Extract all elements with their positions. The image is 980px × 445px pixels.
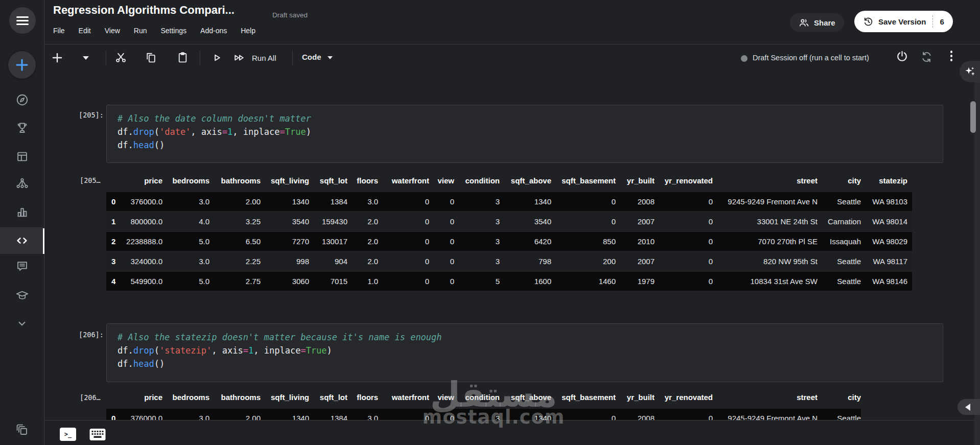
cell-value: 200 — [551, 251, 616, 271]
output-count: [205… — [80, 176, 101, 184]
terminal-icon[interactable]: >_ — [60, 428, 76, 441]
scrollbar-thumb[interactable] — [970, 101, 976, 133]
create-button[interactable] — [8, 51, 36, 79]
ai-assistant-button[interactable] — [960, 61, 980, 82]
sidebar-item-benchmarks[interactable] — [0, 199, 44, 225]
table-row: 3324000.03.02.259989042.0003798200200708… — [106, 251, 912, 271]
compass-icon — [15, 93, 29, 107]
cell-value: 0 — [378, 192, 429, 212]
cell-value: Carnation — [818, 212, 861, 231]
token-punct: . — [128, 140, 133, 150]
cell-value: 0 — [429, 271, 454, 291]
menu-bar: FileEditViewRunSettingsAdd-onsHelp — [53, 27, 255, 35]
cell-value: WA 98029 — [861, 231, 912, 251]
token-punct: . — [128, 359, 133, 369]
datasets-grid-icon — [15, 150, 29, 163]
column-header: floors — [347, 389, 378, 408]
cell-value: WA 98014 — [861, 212, 912, 231]
row-index: 1 — [106, 212, 125, 231]
code-line[interactable]: df.head() — [118, 138, 943, 152]
sidebar-item-more[interactable] — [0, 310, 44, 337]
cell-value: 798 — [500, 251, 551, 271]
chevron-down-icon — [328, 56, 333, 59]
table-row: 4549900.05.02.75306070151.00051600146019… — [106, 271, 912, 291]
sidebar-item-datasets[interactable] — [0, 143, 44, 170]
toolbar-separator — [106, 50, 106, 65]
cell-value: 2.75 — [209, 271, 261, 291]
cell-value: 904 — [309, 251, 347, 271]
hamburger-menu-button[interactable] — [9, 7, 36, 34]
code-line[interactable]: df.head() — [118, 357, 943, 370]
share-button[interactable]: Share — [790, 13, 844, 32]
cell-value: Seattle — [818, 271, 861, 291]
token-plain: axis — [201, 127, 222, 137]
cell-type-dropdown[interactable]: Code — [302, 53, 333, 61]
cell-value: 0 — [429, 212, 454, 231]
menu-addons[interactable]: Add-ons — [200, 27, 227, 35]
menu-edit[interactable]: Edit — [79, 27, 91, 35]
column-header: price — [125, 389, 162, 408]
cell-value: 5 — [454, 271, 500, 291]
token-keyword: True — [285, 127, 306, 137]
cell-value: 2007 — [616, 251, 655, 271]
notebook-title[interactable]: Regression Algorithms Compari... — [53, 4, 235, 17]
save-version-button[interactable]: Save Version 6 — [854, 11, 953, 32]
code-line[interactable]: df.drop('statezip', axis=1, inplace=True… — [118, 344, 943, 357]
token-plain: df — [118, 140, 128, 150]
sidebar-item-models[interactable] — [0, 170, 44, 196]
menu-run[interactable]: Run — [134, 27, 147, 35]
version-count-badge[interactable]: 6 — [940, 17, 944, 26]
cell-value: WA 98117 — [861, 251, 912, 271]
code-editor[interactable]: # Also the statezip doesn't matter becau… — [107, 324, 943, 370]
code-line[interactable]: # Also the statezip doesn't matter becau… — [118, 331, 943, 344]
code-cell[interactable]: # Also the date column doesn't matterdf.… — [106, 105, 943, 163]
token-string: 'statezip' — [159, 345, 212, 356]
add-cell-button[interactable] — [51, 51, 64, 64]
sidebar-item-discussions[interactable] — [0, 252, 44, 279]
menu-view[interactable]: View — [105, 27, 120, 35]
column-header: sqft_above — [500, 389, 551, 408]
column-header: sqft_living — [261, 173, 309, 192]
code-editor[interactable]: # Also the date column doesn't matterdf.… — [107, 105, 943, 152]
sidebar-item-learn[interactable] — [0, 282, 44, 309]
header-divider — [44, 44, 980, 44]
menu-help[interactable]: Help — [241, 27, 255, 35]
code-cell[interactable]: # Also the statezip doesn't matter becau… — [106, 323, 943, 382]
cell-value: 0 — [655, 271, 713, 291]
sidebar-item-competitions[interactable] — [0, 114, 44, 141]
cell-value: 376000.0 — [125, 192, 162, 212]
cell-value: 9245-9249 Fremont Ave N — [713, 192, 818, 212]
cell-value: 820 NW 95th St — [713, 251, 818, 271]
token-number: 1 — [248, 345, 253, 356]
power-icon[interactable] — [895, 50, 909, 63]
more-options-kebab-icon[interactable] — [948, 51, 955, 63]
cell-value: 2010 — [616, 231, 655, 251]
column-header — [106, 389, 125, 408]
sidebar-item-recent-windows[interactable] — [0, 416, 44, 443]
collapse-panel-button[interactable] — [958, 399, 980, 415]
token-method: drop — [133, 127, 154, 137]
run-all-button[interactable]: Run All — [232, 51, 276, 64]
add-cell-dropdown-caret[interactable] — [83, 56, 89, 60]
sidebar-item-code-active[interactable] — [0, 227, 44, 254]
cell-value: 6420 — [500, 231, 551, 251]
token-punct: ( — [154, 127, 159, 137]
code-line[interactable]: df.drop('date', axis=1, inplace=True) — [118, 125, 943, 138]
toolbar-separator — [200, 50, 200, 65]
keyboard-icon[interactable] — [89, 428, 106, 441]
cell-value: 130017 — [309, 231, 347, 251]
cell-value: 0 — [655, 251, 713, 271]
code-line[interactable]: # Also the date column doesn't matter — [118, 112, 943, 125]
run-cell-button[interactable] — [210, 51, 223, 64]
sidebar-item-explore[interactable] — [0, 86, 44, 113]
cell-value: 0 — [378, 212, 429, 231]
paste-cell-button[interactable] — [176, 51, 189, 64]
restart-session-icon[interactable] — [920, 51, 933, 63]
menu-file[interactable]: File — [53, 27, 65, 35]
token-plain: axis — [222, 345, 243, 356]
menu-settings[interactable]: Settings — [160, 27, 186, 35]
cell-value: 2238888.0 — [125, 231, 162, 251]
cut-cell-button[interactable] — [114, 51, 127, 64]
token-punct: ) — [327, 345, 332, 356]
copy-cell-button[interactable] — [145, 51, 157, 64]
